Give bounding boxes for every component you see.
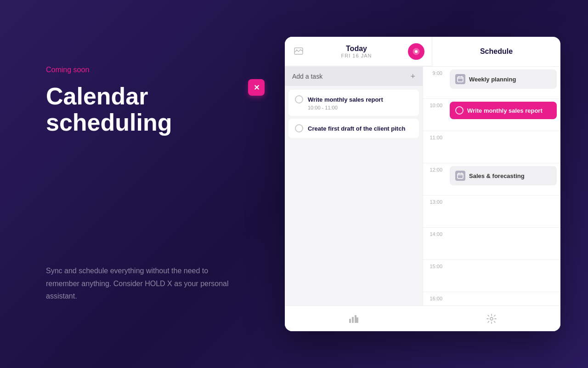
task-checkbox[interactable] [295,95,303,104]
event-title: Write monthly sales report [467,107,543,114]
svg-rect-14 [355,315,356,323]
svg-rect-4 [458,77,463,82]
today-button[interactable] [408,43,424,60]
calendar-icon [455,74,465,84]
task-list: Write monthly sales report 10:00 - 11:00… [285,86,423,142]
time-label: 9:00 [423,67,446,98]
add-task-label: Add a task [292,73,322,80]
schedule-event[interactable]: Weekly planning [450,69,557,89]
time-slot: 14:00 [423,228,560,260]
svg-rect-8 [458,173,463,178]
time-content: Sales & forecasting [446,163,560,195]
calendar-icon [455,171,465,181]
event-title: Sales & forecasting [469,172,525,179]
event-circle-icon [455,106,464,115]
left-panel: Coming soon Calendar scheduling Sync and… [0,66,248,302]
schedule-event[interactable]: Sales & forecasting [450,166,557,185]
time-content [446,228,560,259]
svg-rect-13 [352,317,354,323]
time-content [446,292,560,305]
task-checkbox[interactable] [295,124,303,132]
time-label: 11:00 [423,131,446,163]
app-footer [285,305,560,331]
task-item[interactable]: Write monthly sales report 10:00 - 11:00 [288,90,419,116]
time-content [446,260,560,292]
headline: Calendar scheduling [46,83,248,136]
today-label: Today [305,45,408,53]
time-content: Weekly planning [446,67,560,98]
time-slot: 13:00 [423,196,560,228]
task-time: 10:00 - 11:00 [308,105,413,110]
time-label: 16:00 [423,292,446,305]
svg-point-3 [415,50,418,53]
svg-point-16 [490,317,493,320]
chart-icon[interactable] [346,311,361,326]
time-content [446,196,560,227]
time-slot: 9:00 Weekly planning [423,67,560,99]
time-slot: 10:00 Write monthly sales report [423,99,560,131]
time-label: 12:00 [423,163,446,195]
header-image-icon [292,45,305,58]
app-window: Today FRI 16 JAN Schedule Add a task + [285,37,560,331]
tasks-panel: Add a task + Write monthly sales report … [285,67,423,305]
time-content [446,131,560,163]
time-content: Write monthly sales report [446,99,560,131]
time-slot: 16:00 [423,292,560,305]
gear-icon[interactable] [484,311,499,326]
time-slot: 11:00 [423,131,560,163]
time-label: 14:00 [423,228,446,259]
close-button[interactable]: ✕ [248,79,265,96]
app-body: Add a task + Write monthly sales report … [285,67,560,305]
task-item[interactable]: Create first draft of the client pitch [288,119,419,138]
schedule-label: Schedule [432,37,560,66]
svg-point-1 [296,49,298,51]
schedule-panel[interactable]: 9:00 Weekly planning 10:00 Write monthly… [423,67,560,305]
coming-soon-label: Coming soon [46,66,248,74]
description: Sync and schedule everything without the… [46,264,243,302]
schedule-event[interactable]: Write monthly sales report [450,102,557,119]
add-task-bar[interactable]: Add a task + [285,67,423,86]
header-center: Today FRI 16 JAN [305,45,408,58]
time-label: 13:00 [423,196,446,227]
time-label: 10:00 [423,99,446,131]
svg-rect-12 [349,319,351,323]
task-title: Write monthly sales report [308,96,383,103]
date-label: FRI 16 JAN [305,53,408,58]
time-label: 15:00 [423,260,446,292]
time-slot: 12:00 Sales & forecasting [423,163,560,196]
task-title: Create first draft of the client pitch [308,125,405,132]
time-slot: 15:00 [423,260,560,292]
event-title: Weekly planning [469,76,516,83]
add-task-plus-icon: + [410,72,415,80]
svg-rect-15 [356,317,358,323]
